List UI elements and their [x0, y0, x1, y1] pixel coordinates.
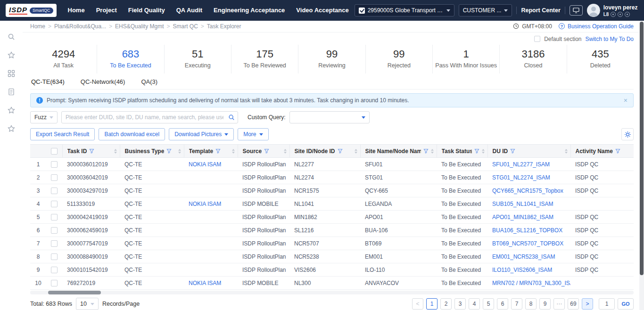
cell-template[interactable]: NOKIA ISAM [184, 277, 238, 290]
default-section-checkbox[interactable] [534, 36, 540, 42]
sort-icon[interactable] [431, 149, 434, 154]
screen-monitor-icon[interactable] [570, 5, 583, 16]
goto-page-input[interactable] [599, 298, 615, 310]
row-checkbox[interactable] [51, 188, 58, 194]
help-icon[interactable] [559, 23, 565, 29]
nav-item-home[interactable]: Home [62, 0, 91, 21]
cell-template[interactable]: NOKIA ISAM [184, 158, 238, 171]
tab-qa-3[interactable]: QA(3) [141, 78, 157, 85]
sort-icon[interactable] [232, 149, 235, 154]
row-checkbox[interactable] [51, 214, 58, 220]
stat-closed[interactable]: 3186Closed [500, 45, 567, 73]
vertical-scrollbar[interactable] [640, 22, 644, 275]
stat-rejected[interactable]: 99Rejected [366, 45, 433, 73]
sidebar-apps-grid-icon[interactable] [8, 70, 15, 78]
breadcrumb-item-ehs-quality[interactable]: EHS&Quality Mgmt [106, 23, 164, 30]
breadcrumb-item-plan-rollout[interactable]: Plan&Rollout&Qua... [45, 23, 106, 30]
stat-to-be-executed[interactable]: 683To Be Executed [97, 45, 164, 73]
breadcrumb-item-smart-qc[interactable]: Smart QC [164, 23, 198, 30]
cell-du-id[interactable]: SUB105_NL1041_ISAM [487, 197, 570, 211]
filter-icon[interactable] [264, 148, 269, 154]
user-menu[interactable]: loveyn perez L8 [587, 4, 638, 17]
horizontal-scrollbar[interactable] [48, 291, 101, 294]
sidebar-search-icon[interactable] [8, 33, 15, 41]
row-checkbox[interactable] [51, 240, 58, 247]
row-checkbox[interactable] [51, 201, 58, 207]
project-selector[interactable]: 2959000S Globe Transport and ... [355, 4, 454, 16]
sidebar-document-icon[interactable] [8, 88, 15, 96]
column-header-activity-name[interactable]: Activity Name [570, 145, 634, 158]
tab-qc-network-46[interactable]: QC-Network(46) [81, 78, 125, 85]
page-button-69[interactable]: 69 [568, 298, 579, 310]
cell-du-id[interactable]: QCY665_NCR1575_Topbox [487, 184, 570, 197]
sidebar-star-icon[interactable] [8, 106, 15, 114]
search-input[interactable] [61, 111, 238, 123]
stat-to-be-reviewed[interactable]: 175To Be Reviewed [231, 45, 298, 73]
sort-icon[interactable] [284, 149, 287, 154]
filter-icon[interactable] [215, 148, 221, 154]
filter-icon[interactable] [615, 148, 620, 154]
cell-du-id[interactable]: EM001_NCR5238_ISAM [487, 250, 570, 263]
row-checkbox[interactable] [51, 267, 58, 273]
cell-du-id[interactable]: SFU01_NL2277_ISAM [487, 158, 570, 171]
action-batch-download-excel[interactable]: Batch download excel [99, 128, 165, 140]
nav-item-engineering-acceptance[interactable]: Engineering Acceptance [208, 0, 290, 21]
page-button-8[interactable]: 8 [525, 298, 537, 310]
isdp-logo[interactable]: ISDP SmartQC [6, 4, 57, 17]
stat-all-task[interactable]: 4294All Task [30, 45, 97, 73]
breadcrumb-item-home[interactable]: Home [30, 23, 45, 30]
page-button-3[interactable]: 3 [454, 298, 466, 310]
filter-icon[interactable] [338, 148, 343, 154]
go-button[interactable]: GO [618, 298, 634, 310]
filter-icon[interactable] [510, 148, 515, 154]
page-button-7[interactable]: 7 [511, 298, 522, 310]
column-header-site-name-node-name[interactable]: Site Name/Node Name [360, 145, 437, 158]
page-button-5[interactable]: 5 [483, 298, 494, 310]
row-checkbox[interactable] [51, 227, 58, 234]
page-button-9[interactable]: 9 [539, 298, 551, 310]
stat-deleted[interactable]: 435Deleted [567, 45, 634, 73]
column-header-template[interactable]: Template [184, 145, 238, 158]
row-checkbox[interactable] [51, 253, 58, 260]
prev-page-button[interactable]: < [412, 298, 423, 310]
page-button-6[interactable]: 6 [497, 298, 508, 310]
cell-du-id[interactable]: STG01_NL2274_ISAM [487, 171, 570, 184]
select-all-checkbox[interactable] [51, 148, 58, 155]
nav-item-field-quality[interactable]: Field Quality [123, 0, 171, 21]
filter-icon[interactable] [474, 148, 479, 154]
column-header-business-type[interactable]: Business Type [120, 145, 184, 158]
cell-template[interactable]: NOKIA ISAM [184, 197, 238, 211]
business-operation-guide-link[interactable]: Business Operation Guide [568, 23, 634, 30]
page-button-4[interactable]: 4 [469, 298, 480, 310]
page-button-2[interactable]: 2 [440, 298, 452, 310]
nav-item-project[interactable]: Project [91, 0, 123, 21]
action-more[interactable]: More [238, 128, 268, 140]
cell-du-id[interactable]: APO01_MIN1862_ISAM [487, 211, 570, 224]
next-page-button[interactable]: > [582, 298, 593, 310]
cell-du-id[interactable]: BUA106_SL1216_TOPBOX [487, 224, 570, 237]
row-checkbox[interactable] [51, 161, 58, 168]
nav-item-video-acceptance[interactable]: Video Acceptance [290, 0, 354, 21]
stat-reviewing[interactable]: 99Reviewing [298, 45, 365, 73]
switch-to-my-todo-link[interactable]: Switch to My To Do [586, 36, 634, 42]
column-header-du-id[interactable]: DU ID [487, 145, 570, 158]
column-header-task-id[interactable]: Task ID [62, 145, 120, 158]
column-header-site-id-node-id[interactable]: Site ID/Node ID [289, 145, 360, 158]
cell-du-id[interactable]: ILO110_VIS2606_ISAM [487, 263, 570, 277]
column-header-source[interactable]: Source [238, 145, 289, 158]
sort-icon[interactable] [114, 149, 117, 154]
action-download-pictures[interactable]: Download Pictures [169, 128, 234, 140]
search-button[interactable] [225, 112, 238, 123]
close-icon[interactable] [624, 97, 627, 104]
fuzzy-select[interactable]: Fuzz [30, 111, 58, 123]
sort-icon[interactable] [565, 149, 568, 154]
custom-query-select[interactable] [289, 111, 370, 123]
cell-du-id[interactable]: BT069_NCR5707_TOPBOX [487, 237, 570, 250]
sort-icon[interactable] [178, 149, 181, 154]
action-export-search-result[interactable]: Export Search Result [30, 128, 95, 140]
page-button-1[interactable]: 1 [426, 298, 438, 310]
report-center-link[interactable]: Report Center [521, 7, 560, 14]
customer-selector[interactable]: CUSTOMER ... [459, 4, 512, 16]
cell-du-id[interactable]: MRN702 / MRN703_NL300_ISAM [487, 277, 570, 290]
filter-icon[interactable] [423, 148, 429, 154]
